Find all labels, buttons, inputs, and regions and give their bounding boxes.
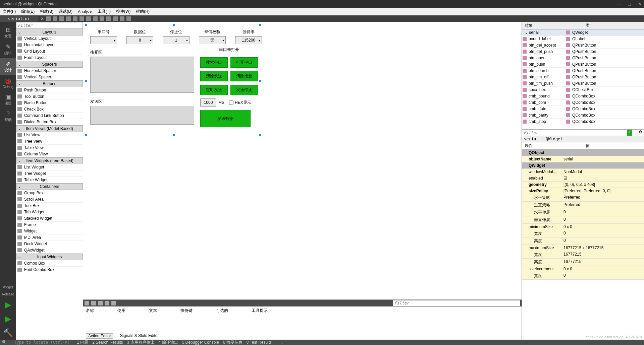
- toolbar-icon[interactable]: [120, 16, 124, 21]
- run-button[interactable]: 🔨: [1, 326, 15, 340]
- property-row[interactable]: 垂直策略Preferred: [522, 202, 644, 209]
- widget-item[interactable]: MDI Area: [16, 234, 83, 241]
- toolbar-icon[interactable]: [73, 16, 77, 21]
- property-row[interactable]: sizeIncrement0 x 0: [522, 266, 644, 272]
- object-row[interactable]: cmb_parityQComboBox: [522, 112, 644, 119]
- object-row[interactable]: bound_labelQLabel: [522, 36, 644, 42]
- menu-item[interactable]: 构建(B): [40, 9, 53, 14]
- property-row[interactable]: QObject: [522, 150, 644, 156]
- status-item[interactable]: 3 应用程序输出: [127, 340, 155, 345]
- clear-recv-button[interactable]: 清除接受: [230, 71, 258, 81]
- widget-category[interactable]: Input Widgets: [16, 254, 83, 260]
- action-editor-tab[interactable]: Action Editor: [86, 333, 113, 339]
- property-row[interactable]: QWidget: [522, 162, 644, 169]
- widget-item[interactable]: Horizontal Spacer: [16, 68, 83, 74]
- property-row[interactable]: 宽度16777215: [522, 251, 644, 259]
- object-row[interactable]: cbox_hexQCheckBox: [522, 87, 644, 93]
- widget-item[interactable]: Combo Box: [16, 260, 83, 267]
- mode-设计[interactable]: ✐设计: [0, 58, 16, 75]
- widget-item[interactable]: Form Layout: [16, 55, 83, 61]
- object-row[interactable]: btn_del_pushQPushButton: [522, 49, 644, 55]
- copy-action-icon[interactable]: [91, 301, 96, 305]
- search-icon[interactable]: 🔍: [2, 340, 7, 345]
- toolbar-icon[interactable]: [93, 16, 98, 21]
- combo-2[interactable]: 1: [163, 36, 190, 44]
- combo-1[interactable]: 8: [126, 36, 153, 44]
- menu-item[interactable]: 文件(F): [3, 9, 16, 14]
- property-row[interactable]: 宽度0: [522, 272, 644, 280]
- widget-category[interactable]: Layouts: [16, 29, 83, 36]
- widget-item[interactable]: Dialog Button Box: [16, 119, 83, 125]
- object-row[interactable]: btn_openQPushButton: [522, 55, 644, 61]
- property-row[interactable]: 宽度0: [522, 230, 644, 237]
- widget-category[interactable]: Spacers: [16, 61, 83, 68]
- widget-item[interactable]: Command Link Button: [16, 113, 83, 119]
- property-row[interactable]: 高度16777215: [522, 259, 644, 266]
- combo-0[interactable]: [90, 36, 117, 44]
- widget-filter-input[interactable]: [16, 22, 83, 29]
- property-row[interactable]: 垂直伸展0: [522, 216, 644, 224]
- property-row[interactable]: minimumSize0 x 0: [522, 224, 644, 230]
- widget-item[interactable]: Check Box: [16, 106, 83, 113]
- build-label[interactable]: widget: [2, 284, 14, 290]
- widget-item[interactable]: QAxWidget: [16, 247, 83, 254]
- object-row[interactable]: btn_del_acceptQPushButton: [522, 42, 644, 49]
- toolbar-icon[interactable]: [113, 16, 118, 21]
- mode-Debug[interactable]: 🐞Debug: [0, 75, 16, 91]
- object-row[interactable]: cmb_stopQComboBox: [522, 119, 644, 125]
- widget-item[interactable]: Column View: [16, 151, 83, 157]
- run-button[interactable]: ▶: [3, 312, 13, 326]
- send-textarea[interactable]: [90, 106, 194, 125]
- mode-欢迎[interactable]: ⊞欢迎: [0, 24, 16, 41]
- object-row[interactable]: btn_searchQPushButton: [522, 68, 644, 74]
- widget-item[interactable]: Scroll Area: [16, 196, 83, 203]
- config-icon[interactable]: [111, 301, 116, 305]
- open-file-tab[interactable]: serial.ui: [0, 16, 38, 22]
- property-row[interactable]: sizePolicy[Preferred, Preferred, 0, 0]: [522, 188, 644, 194]
- clear-send-button[interactable]: 清除发送: [200, 71, 228, 81]
- widget-item[interactable]: Group Box: [16, 190, 83, 196]
- widget-item[interactable]: Frame: [16, 222, 83, 228]
- toolbar-icon[interactable]: [126, 16, 131, 21]
- toolbar-icon[interactable]: [53, 16, 57, 21]
- object-row[interactable]: ⌄ serialQWidget: [522, 29, 644, 36]
- send-data-button[interactable]: 发送数据: [200, 110, 251, 127]
- toolbar-icon[interactable]: [79, 16, 84, 21]
- object-row[interactable]: btn_tim_offQPushButton: [522, 74, 644, 80]
- widget-item[interactable]: Stacked Widget: [16, 215, 83, 222]
- property-row[interactable]: objectNameserial: [522, 156, 644, 162]
- stop-send-button[interactable]: 发送停止: [230, 85, 258, 95]
- close-tab-icon[interactable]: ✕: [41, 16, 44, 21]
- widget-item[interactable]: Tree View: [16, 138, 83, 145]
- maximize-icon[interactable]: ▢: [628, 2, 631, 6]
- toolbar-icon[interactable]: [46, 16, 51, 21]
- widget-item[interactable]: Push Button: [16, 87, 83, 93]
- form-widget[interactable]: 串口号数据位8停止位1奇偶校验无波特率115200 接受区 发送区 串口未打开 …: [86, 25, 260, 135]
- widget-item[interactable]: Grid Layout: [16, 48, 83, 55]
- remove-property-icon[interactable]: −: [632, 130, 637, 136]
- property-row[interactable]: 高度0: [522, 237, 644, 245]
- open-port-button[interactable]: 打开串口: [230, 57, 258, 68]
- widget-item[interactable]: Widget: [16, 228, 83, 234]
- minimize-icon[interactable]: —: [617, 2, 621, 6]
- widget-item[interactable]: Dock Widget: [16, 241, 83, 247]
- widget-item[interactable]: Tree Widget: [16, 170, 83, 177]
- widget-item[interactable]: Vertical Spacer: [16, 74, 83, 80]
- widget-category[interactable]: Item Widgets (Item-Based): [16, 157, 83, 164]
- mode-项目[interactable]: ▣项目: [0, 91, 16, 108]
- widget-category[interactable]: Buttons: [16, 80, 83, 87]
- run-button[interactable]: ▶: [3, 298, 13, 312]
- new-action-icon[interactable]: [85, 301, 89, 305]
- status-item[interactable]: 5 Debugger Console: [182, 340, 219, 345]
- paste-action-icon[interactable]: [98, 301, 103, 305]
- build-label[interactable]: Release: [1, 291, 16, 297]
- widget-item[interactable]: List View: [16, 132, 83, 138]
- widget-category[interactable]: Containers: [16, 183, 83, 190]
- combo-4[interactable]: 115200: [235, 36, 262, 44]
- status-item[interactable]: 1 问题: [77, 340, 88, 345]
- status-item[interactable]: 4 编译输出: [159, 340, 178, 345]
- object-row[interactable]: cmb_boundQComboBox: [522, 93, 644, 99]
- toolbar-icon[interactable]: [100, 16, 104, 21]
- object-row[interactable]: btn_pushQPushButton: [522, 61, 644, 68]
- widget-item[interactable]: Horizontal Layout: [16, 42, 83, 48]
